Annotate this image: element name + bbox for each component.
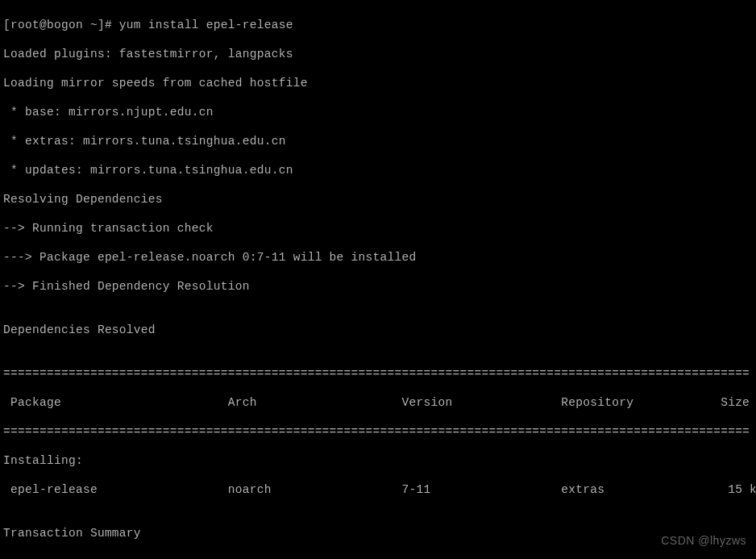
terminal-line: Dependencies Resolved: [3, 323, 753, 337]
terminal-output[interactable]: [root@bogon ~]# yum install epel-release…: [0, 0, 756, 559]
terminal-line: * extras: mirrors.tuna.tsinghua.edu.cn: [3, 134, 753, 148]
terminal-line: --> Finished Dependency Resolution: [3, 279, 753, 294]
terminal-line: * base: mirrors.njupt.edu.cn: [3, 105, 753, 119]
terminal-line: ========================================…: [3, 555, 753, 559]
terminal-line: * updates: mirrors.tuna.tsinghua.edu.cn: [3, 163, 753, 177]
terminal-line: ========================================…: [3, 424, 753, 439]
terminal-line: Transaction Summary: [3, 526, 753, 540]
terminal-line: Package Arch Version Repository Size: [3, 395, 753, 410]
terminal-line: --> Running transaction check: [3, 221, 753, 236]
terminal-line: ========================================…: [3, 366, 753, 381]
terminal-line: ---> Package epel-release.noarch 0:7-11 …: [3, 250, 753, 265]
terminal-line: Installing:: [3, 453, 753, 468]
terminal-line: epel-release noarch 7-11 extras 15 k: [3, 482, 753, 497]
terminal-line: [root@bogon ~]# yum install epel-release: [3, 18, 753, 32]
terminal-line: Loaded plugins: fastestmirror, langpacks: [3, 47, 753, 61]
terminal-line: Loading mirror speeds from cached hostfi…: [3, 76, 753, 90]
terminal-line: Resolving Dependencies: [3, 192, 753, 206]
watermark-text: CSDN @lhyzws: [661, 533, 746, 548]
